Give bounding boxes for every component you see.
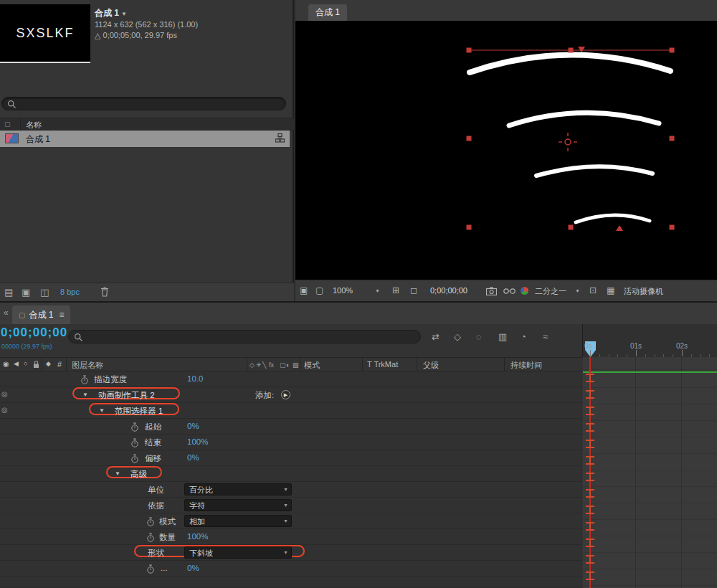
property-dropdown[interactable]: 百分比▼ — [184, 483, 292, 495]
current-timecode[interactable]: 0;00;00;00 — [1, 326, 67, 340]
property-label[interactable]: 单位 — [148, 485, 164, 495]
panel-menu-icon[interactable]: ≡ — [59, 310, 64, 320]
video-column-icon[interactable]: ◉ — [3, 360, 9, 368]
property-keyframe-marker[interactable] — [586, 390, 594, 399]
mini-flowchart-icon[interactable]: ⇄ — [432, 331, 440, 342]
trkmat-column-header[interactable]: T TrkMat — [367, 360, 398, 369]
twirl-down-icon[interactable]: ▼ — [99, 407, 105, 414]
lock-column-icon[interactable] — [33, 360, 39, 369]
name-column-header[interactable]: 名称 — [26, 120, 42, 131]
property-keyframe-marker[interactable] — [586, 407, 594, 415]
property-value[interactable]: 0% — [187, 564, 199, 572]
property-keyframe-marker[interactable] — [586, 489, 594, 498]
property-dropdown[interactable]: 下斜坡▼ — [184, 546, 292, 559]
property-keyframe-marker[interactable] — [586, 522, 594, 531]
hide-shy-icon[interactable]: ◌ — [476, 331, 482, 342]
stopwatch-icon[interactable] — [146, 532, 155, 545]
project-list-item-comp[interactable]: 合成 1 — [0, 131, 290, 147]
new-folder-icon[interactable]: ▣ — [22, 287, 30, 298]
resolution-dropdown-icon[interactable]: ▼ — [575, 288, 580, 293]
property-label[interactable]: 偏移 — [145, 453, 161, 464]
stopwatch-icon[interactable] — [130, 437, 139, 450]
camera-view-select[interactable]: 活动摄像机 — [624, 286, 663, 297]
solo-column-icon[interactable]: ○ — [24, 360, 27, 367]
stopwatch-icon[interactable] — [146, 516, 155, 529]
new-comp-icon[interactable]: ◫ — [40, 287, 49, 298]
property-value[interactable]: 10.0 — [187, 374, 203, 383]
visibility-icon[interactable]: ◎ — [1, 406, 8, 414]
panel-collapse-icon[interactable]: « — [4, 308, 9, 318]
property-keyframe-marker[interactable] — [586, 440, 594, 448]
property-label[interactable]: 起始 — [145, 422, 161, 432]
number-column-header[interactable]: # — [57, 360, 62, 369]
mask-visibility-icon[interactable]: ◻ — [410, 285, 417, 295]
property-value[interactable]: 100% — [187, 532, 208, 541]
property-keyframe-marker[interactable] — [586, 473, 594, 481]
project-search-input[interactable] — [1, 97, 286, 110]
viewer-timecode[interactable]: 0;00;00;00 — [430, 286, 467, 295]
parent-column-header[interactable]: 父级 — [423, 360, 439, 371]
primary-viewer-icon[interactable]: ▢ — [315, 285, 323, 295]
title-dropdown-icon[interactable]: ▼ — [121, 11, 127, 17]
property-label[interactable]: 结束 — [145, 437, 161, 448]
property-label[interactable]: 形状 — [148, 548, 164, 559]
viewer-tab[interactable]: 合成 1 — [308, 4, 347, 21]
add-menu-icon[interactable]: ▶ — [281, 390, 290, 399]
twirl-down-icon[interactable]: ▼ — [82, 392, 88, 398]
property-value[interactable]: 0% — [187, 422, 199, 430]
audio-column-icon[interactable]: ◀ — [14, 360, 19, 367]
stopwatch-icon[interactable] — [80, 374, 89, 387]
twirl-down-icon[interactable]: ▼ — [115, 470, 120, 477]
zoom-dropdown-icon[interactable]: ▼ — [375, 288, 380, 293]
property-label[interactable]: 依据 — [148, 501, 164, 511]
property-keyframe-marker[interactable] — [586, 555, 594, 564]
grid-guides-icon[interactable]: ⊞ — [392, 285, 399, 295]
visibility-icon[interactable]: ◎ — [1, 390, 8, 398]
property-keyframe-marker[interactable] — [586, 374, 594, 382]
property-keyframe-marker[interactable] — [586, 572, 594, 580]
always-preview-icon[interactable]: ▣ — [300, 285, 308, 295]
add-label[interactable]: 添加: — [255, 390, 274, 401]
property-label[interactable]: 高级 — [130, 469, 147, 480]
composition-viewport[interactable] — [295, 21, 717, 280]
property-dropdown[interactable]: 相加▼ — [184, 515, 292, 527]
stopwatch-icon[interactable] — [130, 453, 139, 466]
trash-icon[interactable] — [100, 287, 109, 297]
label-column-icon[interactable]: ◆ — [46, 360, 51, 367]
property-value[interactable]: 100% — [187, 437, 208, 446]
mode-column-header[interactable]: 模式 — [304, 360, 320, 371]
duration-column-header[interactable]: 持续时间 — [511, 360, 542, 371]
zoom-level[interactable]: 100% — [333, 286, 353, 295]
timeline-search-input[interactable] — [68, 330, 421, 343]
time-ruler[interactable]: 0s01s02s — [582, 324, 717, 357]
timeline-tab[interactable]: ▢合成 1≡ — [12, 305, 70, 324]
property-label[interactable]: 描边宽度 — [94, 374, 127, 385]
frame-blend-icon[interactable]: ▥ — [498, 331, 507, 342]
region-of-interest-icon[interactable]: ⊡ — [589, 285, 597, 295]
stopwatch-icon[interactable] — [130, 422, 139, 435]
property-keyframe-marker[interactable] — [586, 456, 594, 465]
property-keyframe-marker[interactable] — [586, 539, 594, 547]
project-item-title[interactable]: 合成 1▼ — [95, 7, 127, 19]
property-label[interactable]: 模式 — [159, 516, 176, 527]
property-label[interactable]: 范围选择器 1 — [115, 406, 163, 417]
timeline-track-rows[interactable] — [583, 357, 717, 588]
property-keyframe-marker[interactable] — [586, 423, 594, 432]
list-view-icon[interactable]: ▤ — [4, 287, 13, 298]
property-label[interactable]: 数量 — [159, 532, 176, 543]
resolution-select[interactable]: 二分之一 — [535, 286, 566, 297]
stopwatch-icon[interactable] — [146, 564, 155, 577]
graph-editor-icon[interactable]: ≈ — [543, 331, 548, 342]
property-label[interactable]: ... — [161, 564, 168, 572]
property-keyframe-marker[interactable] — [586, 506, 594, 514]
channels-icon[interactable] — [521, 287, 528, 295]
motion-blur-icon[interactable]: ◔ — [521, 331, 526, 342]
show-snapshot-icon[interactable] — [503, 288, 516, 294]
layer-name-column-header[interactable]: 图层名称 — [72, 360, 103, 371]
property-value[interactable]: 0% — [187, 453, 199, 462]
property-label[interactable]: 动画制作工具 2 — [98, 390, 155, 401]
property-dropdown[interactable]: 字符▼ — [184, 499, 292, 511]
snapshot-camera-icon[interactable] — [486, 287, 497, 295]
draft-3d-icon[interactable]: ◇ — [454, 331, 461, 342]
bpc-indicator[interactable]: 8 bpc — [60, 288, 80, 296]
